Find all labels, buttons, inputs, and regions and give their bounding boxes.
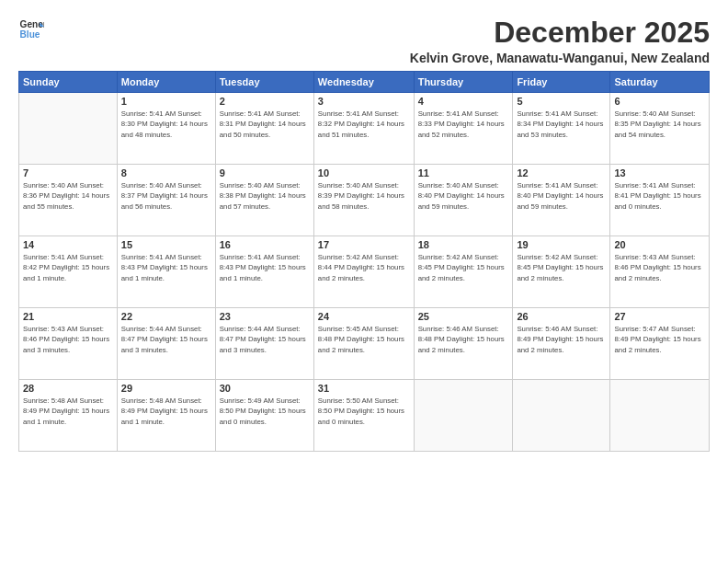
day-info: Sunrise: 5:40 AM Sunset: 8:38 PM Dayligh… — [220, 180, 310, 212]
main-title: December 2025 — [410, 17, 710, 49]
day-info: Sunrise: 5:40 AM Sunset: 8:40 PM Dayligh… — [418, 180, 509, 212]
calendar-header-row: Sunday Monday Tuesday Wednesday Thursday… — [19, 72, 710, 93]
title-block: December 2025 Kelvin Grove, Manawatu-Wan… — [410, 17, 710, 65]
day-number: 25 — [418, 311, 509, 322]
day-info: Sunrise: 5:48 AM Sunset: 8:49 PM Dayligh… — [121, 396, 211, 427]
table-row: 2Sunrise: 5:41 AM Sunset: 8:31 PM Daylig… — [215, 93, 313, 165]
day-info: Sunrise: 5:41 AM Sunset: 8:30 PM Dayligh… — [121, 109, 211, 140]
day-number: 28 — [23, 383, 113, 394]
day-info: Sunrise: 5:40 AM Sunset: 8:36 PM Dayligh… — [23, 180, 113, 212]
day-info: Sunrise: 5:47 AM Sunset: 8:49 PM Dayligh… — [614, 324, 705, 355]
day-number: 7 — [23, 167, 113, 178]
day-info: Sunrise: 5:41 AM Sunset: 8:34 PM Dayligh… — [517, 109, 606, 140]
table-row: 15Sunrise: 5:41 AM Sunset: 8:43 PM Dayli… — [117, 236, 215, 308]
table-row: 24Sunrise: 5:45 AM Sunset: 8:48 PM Dayli… — [313, 308, 414, 380]
table-row: 13Sunrise: 5:41 AM Sunset: 8:41 PM Dayli… — [610, 165, 710, 236]
table-row: 22Sunrise: 5:44 AM Sunset: 8:47 PM Dayli… — [117, 308, 215, 380]
day-number: 26 — [517, 311, 606, 322]
page: General Blue December 2025 Kelvin Grove,… — [0, 0, 728, 563]
day-number: 1 — [121, 96, 211, 107]
table-row: 1Sunrise: 5:41 AM Sunset: 8:30 PM Daylig… — [117, 93, 215, 165]
day-number: 31 — [318, 383, 410, 394]
day-number: 29 — [121, 383, 211, 394]
day-number: 24 — [318, 311, 410, 322]
day-info: Sunrise: 5:41 AM Sunset: 8:32 PM Dayligh… — [318, 109, 410, 140]
day-number: 10 — [318, 167, 410, 178]
day-info: Sunrise: 5:41 AM Sunset: 8:40 PM Dayligh… — [517, 180, 606, 212]
table-row: 18Sunrise: 5:42 AM Sunset: 8:45 PM Dayli… — [414, 236, 513, 308]
table-row: 16Sunrise: 5:41 AM Sunset: 8:43 PM Dayli… — [215, 236, 313, 308]
col-friday: Friday — [513, 72, 610, 93]
table-row: 25Sunrise: 5:46 AM Sunset: 8:48 PM Dayli… — [414, 308, 513, 380]
day-number: 20 — [614, 239, 705, 250]
table-row — [513, 380, 610, 452]
col-sunday: Sunday — [19, 72, 118, 93]
day-info: Sunrise: 5:40 AM Sunset: 8:37 PM Dayligh… — [121, 180, 211, 212]
table-row — [610, 380, 710, 452]
table-row: 5Sunrise: 5:41 AM Sunset: 8:34 PM Daylig… — [513, 93, 610, 165]
table-row: 30Sunrise: 5:49 AM Sunset: 8:50 PM Dayli… — [215, 380, 313, 452]
day-info: Sunrise: 5:41 AM Sunset: 8:33 PM Dayligh… — [418, 109, 509, 140]
day-number: 15 — [121, 239, 211, 250]
day-number: 6 — [614, 96, 705, 107]
table-row: 10Sunrise: 5:40 AM Sunset: 8:39 PM Dayli… — [313, 165, 414, 236]
day-info: Sunrise: 5:42 AM Sunset: 8:44 PM Dayligh… — [318, 252, 410, 283]
day-info: Sunrise: 5:43 AM Sunset: 8:46 PM Dayligh… — [614, 252, 705, 283]
day-info: Sunrise: 5:45 AM Sunset: 8:48 PM Dayligh… — [318, 324, 410, 355]
table-row: 14Sunrise: 5:41 AM Sunset: 8:42 PM Dayli… — [19, 236, 118, 308]
table-row: 28Sunrise: 5:48 AM Sunset: 8:49 PM Dayli… — [19, 380, 118, 452]
day-info: Sunrise: 5:43 AM Sunset: 8:46 PM Dayligh… — [23, 324, 113, 355]
table-row: 4Sunrise: 5:41 AM Sunset: 8:33 PM Daylig… — [414, 93, 513, 165]
day-info: Sunrise: 5:46 AM Sunset: 8:49 PM Dayligh… — [517, 324, 606, 355]
table-row: 3Sunrise: 5:41 AM Sunset: 8:32 PM Daylig… — [313, 93, 414, 165]
table-row: 23Sunrise: 5:44 AM Sunset: 8:47 PM Dayli… — [215, 308, 313, 380]
day-number: 22 — [121, 311, 211, 322]
day-info: Sunrise: 5:42 AM Sunset: 8:45 PM Dayligh… — [517, 252, 606, 283]
day-number: 13 — [614, 167, 705, 178]
day-number: 11 — [418, 167, 509, 178]
col-tuesday: Tuesday — [215, 72, 313, 93]
day-number: 4 — [418, 96, 509, 107]
table-row: 6Sunrise: 5:40 AM Sunset: 8:35 PM Daylig… — [610, 93, 710, 165]
table-row: 29Sunrise: 5:48 AM Sunset: 8:49 PM Dayli… — [117, 380, 215, 452]
day-number: 8 — [121, 167, 211, 178]
day-info: Sunrise: 5:44 AM Sunset: 8:47 PM Dayligh… — [121, 324, 211, 355]
logo-icon: General Blue — [18, 17, 44, 42]
table-row — [414, 380, 513, 452]
header: General Blue December 2025 Kelvin Grove,… — [18, 17, 710, 65]
day-number: 23 — [220, 311, 310, 322]
day-info: Sunrise: 5:48 AM Sunset: 8:49 PM Dayligh… — [23, 396, 113, 427]
day-number: 2 — [220, 96, 310, 107]
col-wednesday: Wednesday — [313, 72, 414, 93]
day-number: 19 — [517, 239, 606, 250]
table-row: 27Sunrise: 5:47 AM Sunset: 8:49 PM Dayli… — [610, 308, 710, 380]
day-info: Sunrise: 5:42 AM Sunset: 8:45 PM Dayligh… — [418, 252, 509, 283]
table-row: 20Sunrise: 5:43 AM Sunset: 8:46 PM Dayli… — [610, 236, 710, 308]
day-info: Sunrise: 5:40 AM Sunset: 8:39 PM Dayligh… — [318, 180, 410, 212]
logo: General Blue — [18, 17, 44, 42]
day-info: Sunrise: 5:41 AM Sunset: 8:31 PM Dayligh… — [220, 109, 310, 140]
svg-text:Blue: Blue — [20, 29, 40, 40]
day-number: 9 — [220, 167, 310, 178]
table-row: 31Sunrise: 5:50 AM Sunset: 8:50 PM Dayli… — [313, 380, 414, 452]
day-number: 18 — [418, 239, 509, 250]
day-info: Sunrise: 5:49 AM Sunset: 8:50 PM Dayligh… — [220, 396, 310, 427]
subtitle: Kelvin Grove, Manawatu-Wanganui, New Zea… — [410, 51, 710, 65]
day-number: 14 — [23, 239, 113, 250]
day-number: 16 — [220, 239, 310, 250]
table-row: 11Sunrise: 5:40 AM Sunset: 8:40 PM Dayli… — [414, 165, 513, 236]
day-info: Sunrise: 5:40 AM Sunset: 8:35 PM Dayligh… — [614, 109, 705, 140]
day-number: 27 — [614, 311, 705, 322]
day-number: 30 — [220, 383, 310, 394]
day-info: Sunrise: 5:44 AM Sunset: 8:47 PM Dayligh… — [220, 324, 310, 355]
table-row: 17Sunrise: 5:42 AM Sunset: 8:44 PM Dayli… — [313, 236, 414, 308]
day-info: Sunrise: 5:41 AM Sunset: 8:42 PM Dayligh… — [23, 252, 113, 283]
day-number: 21 — [23, 311, 113, 322]
col-saturday: Saturday — [610, 72, 710, 93]
calendar-table: Sunday Monday Tuesday Wednesday Thursday… — [18, 71, 710, 452]
table-row: 19Sunrise: 5:42 AM Sunset: 8:45 PM Dayli… — [513, 236, 610, 308]
table-row — [19, 93, 118, 165]
day-info: Sunrise: 5:41 AM Sunset: 8:41 PM Dayligh… — [614, 180, 705, 212]
table-row: 7Sunrise: 5:40 AM Sunset: 8:36 PM Daylig… — [19, 165, 118, 236]
table-row: 12Sunrise: 5:41 AM Sunset: 8:40 PM Dayli… — [513, 165, 610, 236]
